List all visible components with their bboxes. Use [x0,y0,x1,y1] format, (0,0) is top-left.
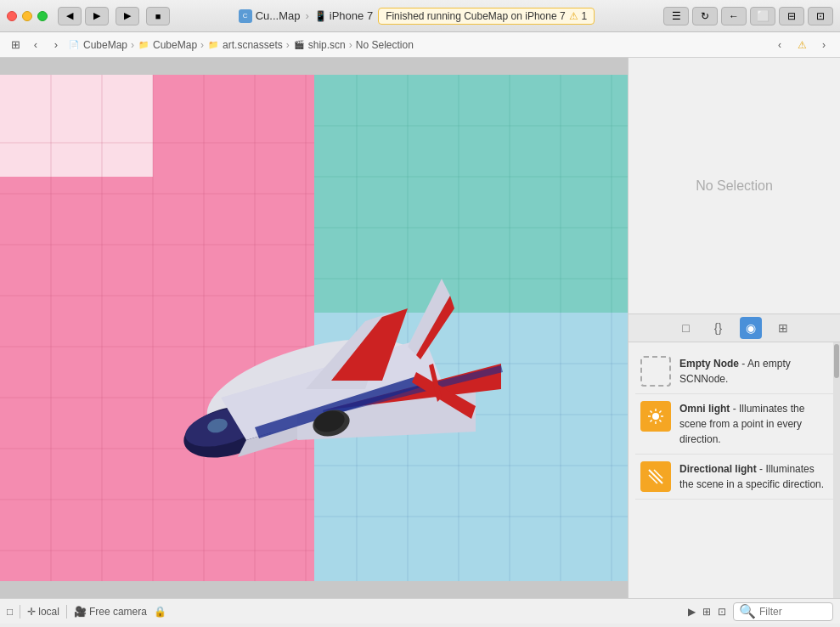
camera-btn[interactable]: 🎥 Free camera [74,602,147,621]
lock-btn[interactable]: 🔒 [154,602,166,621]
omni-light-icon [640,401,671,432]
breadcrumb-item-1[interactable]: 📁 CubeMap [138,39,197,51]
filter-input[interactable] [759,606,827,618]
app-icon: C [239,9,252,23]
svg-line-65 [659,411,661,413]
close-button[interactable] [7,11,17,21]
play-button[interactable]: ▶ [116,7,139,25]
empty-node-icon [640,356,671,387]
nav-forward[interactable]: › [48,37,65,54]
status-badge: Finished running CubeMap on iPhone 7 ⚠ 1 [378,8,595,25]
list-item-directional-light[interactable]: Directional light - Illuminates the scen… [635,455,833,500]
aspect-btn[interactable]: ⊡ [718,602,726,621]
breadcrumb-item-2[interactable]: 📁 art.scnassets [207,39,283,51]
breadcrumb-bar: ⊞ ‹ › 📄 CubeMap › 📁 CubeMap › 📁 art.scna… [0,32,840,58]
panel-tabs: □ {} ◉ ⊞ [629,314,840,342]
omni-light-text: Omni light - Illuminates the scene from … [679,401,828,447]
refresh-btn[interactable]: ↻ [692,7,718,25]
title-center: C Cu...Map › 📱 iPhone 7 Finished running… [177,8,657,25]
svg-marker-4 [0,75,153,177]
right-panel: No Selection □ {} ◉ ⊞ Empty Node - An em… [628,58,840,598]
breadcrumb-item-0[interactable]: 📄 CubeMap [68,39,127,51]
bc-icon-1: 📁 [138,39,149,51]
scene-svg [0,58,628,598]
breadcrumb-item-4: No Selection [356,39,414,51]
directional-light-text: Directional light - Illuminates the scen… [679,461,828,492]
svg-point-58 [652,413,659,420]
bc-warning-btn[interactable]: ⚠ [792,36,811,54]
stop-button[interactable]: ■ [146,7,170,25]
tab-scene[interactable]: ⊞ [772,317,794,339]
tab-attr[interactable]: {} [708,317,730,339]
scrollbar-track [833,342,840,598]
camera-icon: 🎥 [74,606,87,618]
tab-physics[interactable]: ◉ [740,317,762,339]
svg-line-64 [659,420,661,421]
list-item-omni-light[interactable]: Omni light - Illuminates the scene from … [635,394,833,455]
device-name: 📱 iPhone 7 [314,9,373,22]
traffic-lights [7,11,48,21]
scrollbar-thumb[interactable] [834,344,839,378]
breadcrumb-item-3[interactable]: 🎬 ship.scn [293,39,346,51]
minimize-button[interactable] [22,11,32,21]
grid-view-btn[interactable]: ⊞ [702,602,711,621]
viewport[interactable] [0,58,628,598]
maximize-button[interactable] [37,11,48,21]
bc-forward-btn[interactable]: › [815,36,833,54]
tab-node[interactable]: □ [675,317,697,339]
grid-nav-btn[interactable]: ⊞ [7,37,24,54]
bc-icon-3: 🎬 [293,39,305,51]
fullscreen-btn[interactable]: ⬜ [750,7,775,25]
forward-button[interactable]: ▶ [85,7,109,25]
bc-right: ‹ ⚠ › [770,36,833,54]
empty-node-text: Empty Node - An empty SCNNode. [679,356,828,387]
play-btn[interactable]: ▶ [688,602,696,621]
title-right: ☰ ↻ ← ⬜ ⊟ ⊡ [663,7,833,25]
svg-marker-2 [314,75,628,313]
device-icon: 📱 [314,10,327,22]
directional-light-icon [640,461,671,492]
svg-line-63 [651,411,652,413]
back-nav-btn[interactable]: ← [721,7,747,25]
svg-line-66 [651,420,652,421]
filter-icon: 🔍 [739,603,756,619]
sidebar-right-btn[interactable]: ⊡ [808,7,833,25]
back-button[interactable]: ◀ [58,7,82,25]
coordinate-icon: ✛ [27,606,36,618]
no-selection-label: No Selection [629,58,840,314]
sep-1 [20,605,20,619]
list-item-empty-node[interactable]: Empty Node - An empty SCNNode. [635,349,833,394]
bc-back-btn[interactable]: ‹ [770,36,789,54]
bc-icon-2: 📁 [207,39,219,51]
sep-2 [66,605,67,619]
split-btn[interactable]: ⊟ [779,7,804,25]
app-name: C Cu...Map [239,9,301,23]
scene-toggle-btn[interactable]: □ [7,602,13,621]
coordinate-btn[interactable]: ✛ local [27,602,59,621]
titlebar: ◀ ▶ ▶ ■ C Cu...Map › 📱 iPhone 7 Finished… [0,0,840,32]
bc-icon-0: 📄 [68,39,80,51]
content-area: No Selection □ {} ◉ ⊞ Empty Node - An em… [0,58,840,598]
filter-box[interactable]: 🔍 [733,602,833,621]
lock-icon: 🔒 [154,606,166,618]
bottom-right: ▶ ⊞ ⊡ 🔍 [688,602,833,621]
title-controls: ◀ ▶ [58,7,109,25]
sidebar-left-btn[interactable]: ☰ [663,7,689,25]
bottom-bar: □ ✛ local 🎥 Free camera 🔒 ▶ ⊞ ⊡ 🔍 [0,598,840,624]
panel-list: Empty Node - An empty SCNNode. [629,342,840,506]
nav-back[interactable]: ‹ [27,37,44,54]
